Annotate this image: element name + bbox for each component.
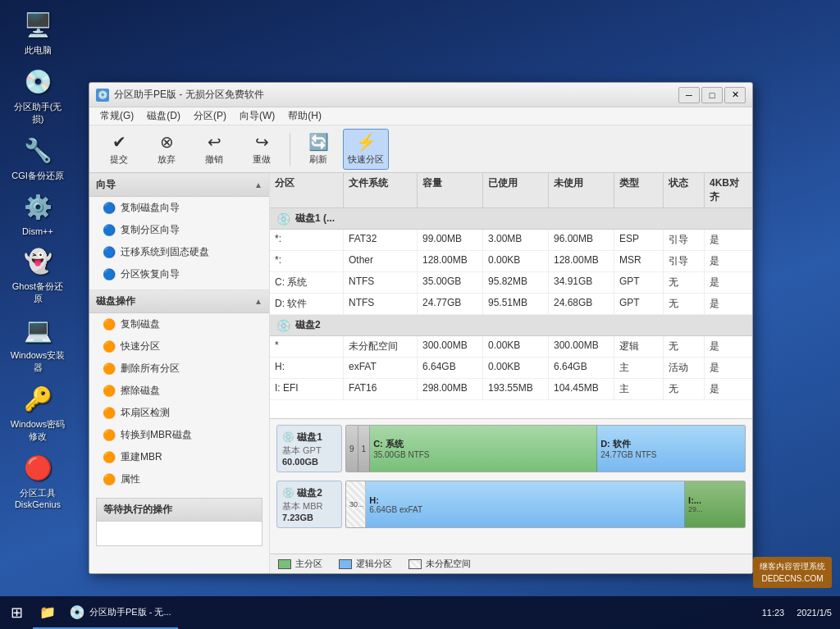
table-row[interactable]: *: Other 128.00MB 0.00KB 128.00MB MSR 引导… — [270, 251, 752, 272]
disk2-efi-name: I:... — [688, 495, 701, 505]
desktop-icon-my-computer[interactable]: 🖥️ 此电脑 — [8, 8, 67, 57]
sidebar: 向导 ▲ 🔵 复制磁盘向导 🔵 复制分区向导 🔵 迁移系统到固态硬盘 — [89, 173, 270, 573]
toolbar-quick-partition[interactable]: ⚡ 快速分区 — [343, 129, 389, 170]
row-free: 6.64GB — [549, 358, 614, 378]
sidebar-copy-disk[interactable]: 🔵 复制磁盘向导 — [89, 197, 269, 219]
desktop-icon-dism[interactable]: ⚙️ Dism++ — [8, 190, 67, 236]
disk1-msr-part[interactable]: 1 — [358, 426, 371, 472]
disk2-unallocated-part[interactable]: 30... — [346, 481, 366, 527]
menu-partition[interactable]: 分区(P) — [187, 107, 233, 125]
row-size: 6.64GB — [418, 358, 483, 378]
table-row[interactable]: *: FAT32 99.00MB 3.00MB 96.00MB ESP 引导 是 — [270, 230, 752, 251]
copy-disk-icon: 🔵 — [103, 202, 116, 215]
th-used: 已使用 — [483, 173, 549, 207]
toolbar-refresh[interactable]: 🔄 刷新 — [295, 129, 341, 170]
sidebar-delete-all[interactable]: 🟠 删除所有分区 — [89, 358, 269, 380]
disk-ops-header-label: 磁盘操作 — [96, 294, 135, 308]
disk2-exfat-part[interactable]: H: 6.64GB exFAT — [366, 481, 685, 527]
sidebar-quick-part-op[interactable]: 🟠 快速分区 — [89, 335, 269, 358]
desktop-icon-diskgenius[interactable]: 🔴 分区工具DiskGenius — [8, 451, 67, 509]
row-used: 95.82MB — [483, 272, 549, 293]
taskbar-right: 11:23 2021/1/5 — [762, 608, 840, 618]
row-free: 34.91GB — [549, 272, 614, 293]
table-header: 分区 文件系统 容量 已使用 未使用 类型 状态 4KB对齐 — [270, 173, 752, 208]
disk1-data-name: D: 软件 — [600, 438, 631, 450]
desktop-icon-label: 此电脑 — [25, 44, 52, 57]
close-button[interactable]: ✕ — [724, 87, 746, 103]
taskbar-date: 2021/1/5 — [797, 608, 832, 618]
row-status: 活动 — [664, 358, 705, 378]
taskbar-app[interactable]: 💿 分区助手PE版 - 无... — [62, 596, 178, 629]
sidebar-rebuild-mbr[interactable]: 🟠 重建MBR — [89, 446, 269, 468]
legend-bar: 主分区 逻辑分区 未分配空间 — [270, 554, 752, 573]
th-align: 4KB对齐 — [705, 173, 752, 207]
toolbar-undo[interactable]: ↩ 撤销 — [191, 129, 237, 170]
desktop-icon-label: Dism++ — [22, 226, 53, 236]
desktop-icon-label: 分区工具DiskGenius — [8, 487, 67, 509]
disk1-system-info: 35.00GB NTFS — [373, 450, 429, 459]
table-row[interactable]: * 未分配空间 300.00MB 0.00KB 300.00MB 逻辑 无 是 — [270, 336, 752, 358]
desktop-icon-windows-installer[interactable]: 💻 Windows安装器 — [8, 313, 67, 374]
sidebar-wizard-header[interactable]: 向导 ▲ — [89, 173, 269, 197]
to-mbr-label: 转换到MBR磁盘 — [121, 428, 192, 442]
delete-all-icon: 🟠 — [103, 362, 116, 376]
minimize-button[interactable]: ─ — [678, 87, 700, 103]
ghost-icon: 👻 — [21, 244, 54, 277]
toolbar-discard[interactable]: ⊗ 放弃 — [144, 129, 189, 170]
table-row[interactable]: H: exFAT 6.64GB 0.00KB 6.64GB 主 活动 是 — [270, 358, 752, 379]
disk2-visual-row: 💿 磁盘2 基本 MBR 7.23GB 30... H: 6.64GB exFA… — [276, 480, 746, 529]
sidebar-wipe-disk[interactable]: 🟠 擦除磁盘 — [89, 380, 269, 402]
sidebar-recovery[interactable]: 🔵 分区恢复向导 — [89, 263, 269, 285]
sidebar-bad-sector[interactable]: 🟠 坏扇区检测 — [89, 402, 269, 424]
row-status: 无 — [664, 272, 705, 293]
desktop-icon-windows-password[interactable]: 🔑 Windows密码修改 — [8, 382, 67, 443]
sidebar-migrate-system[interactable]: 🔵 迁移系统到固态硬盘 — [89, 241, 269, 263]
toolbar-redo[interactable]: ↪ 重做 — [239, 129, 285, 170]
table-row[interactable]: D: 软件 NTFS 24.77GB 95.51MB 24.68GB GPT 无… — [270, 294, 752, 315]
row-size: 99.00MB — [418, 230, 483, 250]
sidebar-copy-partition[interactable]: 🔵 复制分区向导 — [89, 219, 269, 241]
disk1-system-name: C: 系统 — [373, 438, 404, 450]
disk1-system-part[interactable]: C: 系统 35.00GB NTFS — [370, 426, 597, 472]
disk2-efi-part[interactable]: I:... 29... — [685, 481, 745, 527]
disk1-group-header: 💿 磁盘1 (... — [270, 208, 752, 230]
partition-assistant-icon: 💿 — [21, 65, 54, 98]
disk1-label-box[interactable]: 💿 磁盘1 基本 GPT 60.00GB — [276, 425, 342, 472]
menu-help[interactable]: 帮助(H) — [281, 107, 328, 125]
sidebar-disk-ops-header[interactable]: 磁盘操作 ▲ — [89, 289, 269, 313]
title-bar: 💿 分区助手PE版 - 无损分区免费软件 ─ □ ✕ — [89, 83, 752, 107]
table-row[interactable]: I: EFI FAT16 298.00MB 193.55MB 104.45MB … — [270, 379, 752, 400]
disk2-label-box[interactable]: 💿 磁盘2 基本 MBR 7.23GB — [276, 481, 342, 528]
desktop-icon-cgi-backup[interactable]: 🔧 CGI备份还原 — [8, 134, 67, 182]
wizard-section: 向导 ▲ 🔵 复制磁盘向导 🔵 复制分区向导 🔵 迁移系统到固态硬盘 — [89, 173, 269, 285]
desktop-icon-partition-assistant[interactable]: 💿 分区助手(无损) — [8, 65, 67, 125]
row-fs: Other — [344, 251, 418, 271]
sidebar-to-mbr[interactable]: 🟠 转换到MBR磁盘 — [89, 424, 269, 446]
toolbar-submit[interactable]: ✔ 提交 — [96, 129, 142, 170]
maximize-button[interactable]: □ — [701, 87, 723, 103]
desktop-icon-ghost[interactable]: 👻 Ghost备份还原 — [8, 244, 67, 305]
redo-icon: ↪ — [255, 132, 269, 152]
menu-general[interactable]: 常规(G) — [94, 107, 140, 125]
watermark-line1: 继客内容管理系统 — [760, 560, 825, 572]
th-type: 类型 — [614, 173, 664, 207]
diskgenius-icon: 🔴 — [21, 451, 54, 484]
start-button[interactable]: ⊞ — [0, 596, 33, 629]
watermark: 继客内容管理系统 DEDECNS.COM — [753, 557, 832, 588]
menu-wizard[interactable]: 向导(W) — [233, 107, 281, 125]
table-row[interactable]: C: 系统 NTFS 35.00GB 95.82MB 34.91GB GPT 无… — [270, 272, 752, 294]
quick-part-op-icon: 🟠 — [103, 340, 116, 353]
sidebar-copy-disk-op[interactable]: 🟠 复制磁盘 — [89, 313, 269, 335]
dism-icon: ⚙️ — [21, 190, 54, 223]
app-window: 💿 分区助手PE版 - 无损分区免费软件 ─ □ ✕ 常规(G) 磁盘(D) 分… — [89, 82, 753, 574]
refresh-label: 刷新 — [309, 153, 327, 166]
submit-label: 提交 — [110, 153, 128, 166]
menu-disk[interactable]: 磁盘(D) — [140, 107, 187, 125]
row-type: MSR — [614, 251, 664, 271]
disk1-data-part[interactable]: D: 软件 24.77GB NTFS — [597, 426, 745, 472]
legend-unallocated-box — [409, 559, 422, 569]
row-fs: FAT16 — [344, 379, 418, 399]
taskbar-file-explorer[interactable]: 📁 — [33, 596, 62, 629]
sidebar-properties[interactable]: 🟠 属性 — [89, 468, 269, 490]
disk1-esp-part[interactable]: 9 — [346, 426, 358, 472]
